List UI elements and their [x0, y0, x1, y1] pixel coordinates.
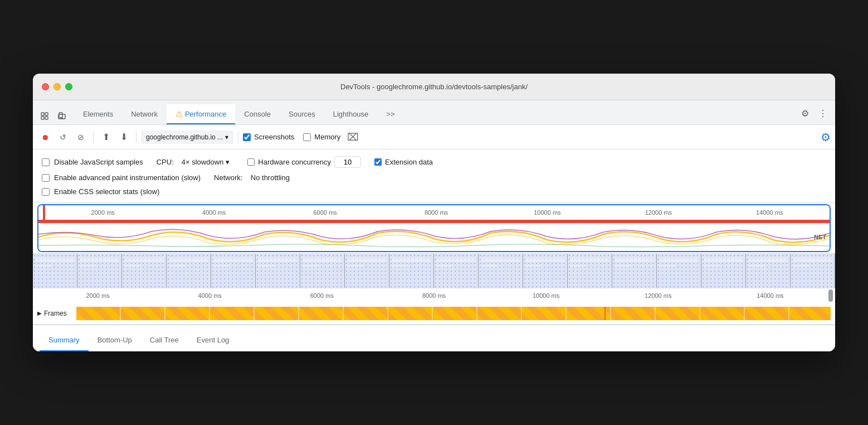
maximize-button[interactable]: [65, 83, 72, 90]
clear-button[interactable]: ⊘: [73, 129, 89, 145]
tab-sources[interactable]: Sources: [280, 104, 324, 124]
ruler-mark-5: 10000 ms: [492, 209, 603, 216]
url-selector[interactable]: googlechrome.github.io ... ▾: [141, 131, 233, 144]
warning-icon: ⚠: [175, 109, 183, 118]
screenshots-label: Screenshots: [254, 133, 294, 141]
tab-network[interactable]: Network: [122, 104, 167, 124]
svg-rect-2: [41, 117, 44, 119]
css-selector-checkbox[interactable]: [42, 188, 50, 196]
screenshot-thumb: [33, 254, 77, 288]
main-tabs: Elements Network ⚠ Performance Console S…: [74, 104, 797, 124]
frames-expand-icon: ▶: [37, 310, 42, 316]
frames-row: ▶ Frames: [33, 302, 835, 325]
url-dropdown-icon: ▾: [225, 133, 228, 141]
cpu-dropdown[interactable]: 4× slowdown ▾: [177, 157, 235, 167]
ruler-marks-row: 2000 ms 4000 ms 6000 ms 8000 ms 10000 ms…: [38, 205, 830, 220]
screenshot-thumb: [701, 254, 746, 288]
advanced-paint-checkbox[interactable]: [42, 174, 50, 182]
memory-checkbox[interactable]: Memory: [303, 133, 340, 141]
tab-performance[interactable]: ⚠ Performance: [167, 104, 235, 124]
ext-data-checkbox[interactable]: [374, 158, 382, 166]
perf-toolbar: ⏺ ↺ ⊘ ⬆ ⬇ googlechrome.github.io ... ▾ S…: [33, 125, 835, 149]
svg-rect-0: [41, 113, 44, 115]
screenshot-thumb: [345, 254, 389, 288]
ruler-mark-3: 6000 ms: [270, 209, 381, 216]
css-selector-setting[interactable]: Enable CSS selector stats (slow): [42, 187, 159, 196]
screenshot-thumb: [300, 254, 345, 288]
screenshots-inner: [33, 254, 835, 288]
more-options-icon[interactable]: ⋮: [815, 105, 831, 121]
tab-bar-right: ⚙ ⋮: [797, 105, 831, 124]
settings-panel: Disable JavaScript samples CPU: 4× slowd…: [33, 149, 835, 203]
memory-label: Memory: [314, 133, 340, 141]
ruler2-mark-5: 10000 ms: [490, 292, 602, 299]
settings-icon[interactable]: ⚙: [797, 105, 813, 121]
url-text: googlechrome.github.io ...: [146, 133, 223, 141]
time-indicator: [43, 205, 45, 220]
settings-row-3: Enable CSS selector stats (slow): [42, 187, 826, 196]
frames-bar: [76, 307, 831, 320]
cpu-dropdown-icon: ▾: [226, 158, 230, 166]
frames-bar-lines: [76, 307, 831, 320]
disable-js-setting[interactable]: Disable JavaScript samples: [42, 158, 143, 166]
screenshot-thumb: [568, 254, 612, 288]
tab-more[interactable]: >>: [377, 104, 403, 124]
overview-wavy: NET: [38, 223, 830, 251]
timeline-ruler-container[interactable]: 2000 ms 4000 ms 6000 ms 8000 ms 10000 ms…: [37, 204, 831, 252]
cpu-value: 4× slowdown: [182, 158, 224, 166]
hw-concurrency-setting[interactable]: Hardware concurrency: [247, 156, 361, 168]
clean-profiling-button[interactable]: ⌧: [345, 129, 360, 145]
net-label: NET: [814, 234, 826, 240]
timeline-section: 2000 ms 4000 ms 6000 ms 8000 ms 10000 ms…: [33, 204, 835, 325]
bottom-tab-event-log[interactable]: Event Log: [188, 329, 238, 351]
upload-button[interactable]: ⬆: [98, 129, 114, 145]
screenshots-checkbox[interactable]: Screenshots: [243, 133, 294, 141]
toolbar-divider: [93, 132, 94, 143]
hw-concurrency-checkbox[interactable]: [247, 158, 255, 166]
download-button[interactable]: ⬇: [116, 129, 131, 145]
bottom-tab-call-tree[interactable]: Call Tree: [141, 329, 188, 351]
frames-red-marker: [604, 307, 606, 320]
screenshot-thumb: [746, 254, 791, 288]
tab-bar: Elements Network ⚠ Performance Console S…: [33, 100, 835, 125]
scrollbar-handle[interactable]: [828, 289, 833, 302]
ruler2-mark-7: 14000 ms: [714, 292, 826, 299]
ruler2-mark-4: 8000 ms: [378, 292, 490, 299]
ruler2-mark-6: 12000 ms: [602, 292, 714, 299]
refresh-record-button[interactable]: ↺: [55, 129, 71, 145]
svg-rect-1: [45, 113, 48, 115]
close-button[interactable]: [42, 83, 49, 90]
screenshot-thumb: [389, 254, 434, 288]
perf-settings-icon[interactable]: ⚙: [821, 131, 831, 144]
screenshot-thumb: [434, 254, 479, 288]
record-button[interactable]: ⏺: [37, 129, 53, 145]
memory-input[interactable]: [303, 133, 311, 141]
cursor-icon[interactable]: [37, 109, 53, 124]
tab-lighthouse[interactable]: Lighthouse: [324, 104, 378, 124]
frames-label[interactable]: ▶ Frames: [37, 310, 76, 317]
bottom-tab-bottom-up[interactable]: Bottom-Up: [89, 329, 141, 351]
hw-concurrency-input[interactable]: [334, 156, 361, 168]
advanced-paint-setting[interactable]: Enable advanced paint instrumentation (s…: [42, 173, 201, 182]
disable-js-checkbox[interactable]: [42, 158, 50, 166]
cpu-label: CPU:: [157, 158, 174, 166]
ext-data-label: Extension data: [385, 158, 433, 166]
minimize-button[interactable]: [53, 83, 61, 90]
ruler-mark-6: 12000 ms: [603, 209, 714, 216]
hw-concurrency-label: Hardware concurrency: [258, 158, 331, 166]
overview-svg: [38, 223, 830, 251]
screenshot-thumb: [791, 254, 835, 288]
network-setting: Network: No throttling: [214, 173, 290, 182]
cpu-setting: CPU: 4× slowdown ▾: [157, 157, 235, 167]
tab-console[interactable]: Console: [235, 104, 280, 124]
bottom-tab-summary[interactable]: Summary: [40, 329, 89, 351]
screenshot-thumb: [211, 254, 256, 288]
ext-data-setting[interactable]: Extension data: [374, 158, 433, 166]
settings-row-2: Enable advanced paint instrumentation (s…: [42, 173, 826, 182]
screenshots-input[interactable]: [243, 133, 251, 141]
screenshot-thumb: [479, 254, 523, 288]
window-title: DevTools - googlechrome.github.io/devtoo…: [340, 83, 528, 91]
tab-elements[interactable]: Elements: [74, 104, 122, 124]
device-toggle-icon[interactable]: [54, 109, 70, 124]
screenshots-strip: [33, 253, 835, 288]
